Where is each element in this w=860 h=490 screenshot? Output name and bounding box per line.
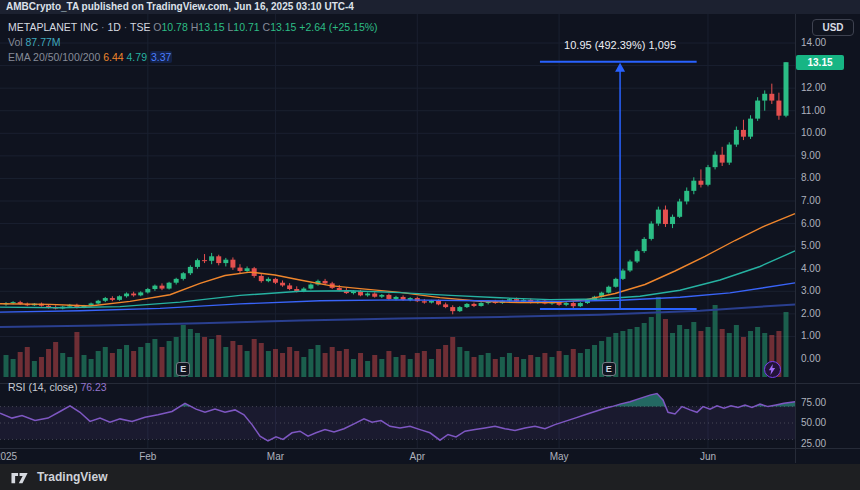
price-tick: 5.00 [801, 240, 820, 251]
price-tick: 7.00 [801, 195, 820, 206]
ema20-value: 6.44 [103, 51, 123, 63]
rsi-tick: 25.00 [801, 438, 826, 449]
timeframe: 1D [107, 21, 120, 33]
price-tick: 9.00 [801, 150, 820, 161]
price-tick: 12.00 [801, 82, 826, 93]
rsi-tick: 50.00 [801, 417, 826, 428]
price-tick: 6.00 [801, 218, 820, 229]
currency-button[interactable]: USD [812, 19, 854, 36]
footer-bar: TradingView [0, 464, 860, 490]
measure-annotation[interactable]: 10.95 (492.39%) 1,095 [564, 39, 676, 51]
ema-row[interactable]: EMA 20/50/100/200 6.44 4.79 3.37 [8, 50, 378, 64]
time-label-mar: Mar [267, 451, 284, 462]
chart-canvas[interactable] [0, 0, 860, 490]
tradingview-logo-icon[interactable] [10, 470, 32, 485]
volume-row[interactable]: Vol 87.77M [8, 35, 378, 49]
time-label-apr: Apr [409, 451, 425, 462]
tradingview-chart-window: AMBCrypto_TA published on TradingView.co… [0, 0, 860, 490]
symbol-name: METAPLANET INC [8, 21, 98, 33]
open-value: 10.78 [162, 21, 188, 33]
price-tick: 0.00 [801, 353, 820, 364]
price-tick: 8.00 [801, 172, 820, 183]
price-tick: 11.00 [801, 105, 825, 116]
symbol-row[interactable]: METAPLANET INC · 1D · TSE O10.78 H13.15 … [8, 20, 378, 34]
exchange: TSE [130, 21, 150, 33]
chart-legend[interactable]: METAPLANET INC · 1D · TSE O10.78 H13.15 … [8, 20, 378, 65]
price-tick: 10.00 [801, 127, 826, 138]
time-label-2025: 2025 [0, 451, 17, 462]
rsi-value: 76.23 [80, 381, 106, 393]
price-tick: 3.00 [801, 285, 820, 296]
time-label-feb: Feb [139, 451, 156, 462]
price-tick: 4.00 [801, 263, 820, 274]
high-value: 13.15 [198, 21, 224, 33]
time-label-jun: Jun [700, 451, 716, 462]
earnings-icon[interactable]: E [176, 362, 190, 376]
price-tick: 1.00 [801, 330, 820, 341]
rsi-legend[interactable]: RSI (14, close) 76.23 [8, 381, 107, 393]
rsi-tick: 75.00 [801, 397, 826, 408]
close-value: 13.15 [270, 21, 296, 33]
ema100-value: 3.37 [150, 51, 172, 63]
price-tick: 2.00 [801, 308, 820, 319]
ema50-value: 4.79 [127, 51, 147, 63]
lightning-icon[interactable] [764, 361, 781, 378]
price-tick: 14.00 [801, 37, 826, 48]
time-label-may: May [550, 451, 569, 462]
earnings-icon[interactable]: E [602, 362, 616, 376]
low-value: 10.71 [233, 21, 259, 33]
tradingview-brand[interactable]: TradingView [37, 470, 107, 484]
last-price-badge[interactable]: 13.15 [796, 55, 844, 70]
change-value: +2.64 (+25.15%) [299, 21, 377, 33]
volume-value: 87.77M [26, 36, 61, 48]
